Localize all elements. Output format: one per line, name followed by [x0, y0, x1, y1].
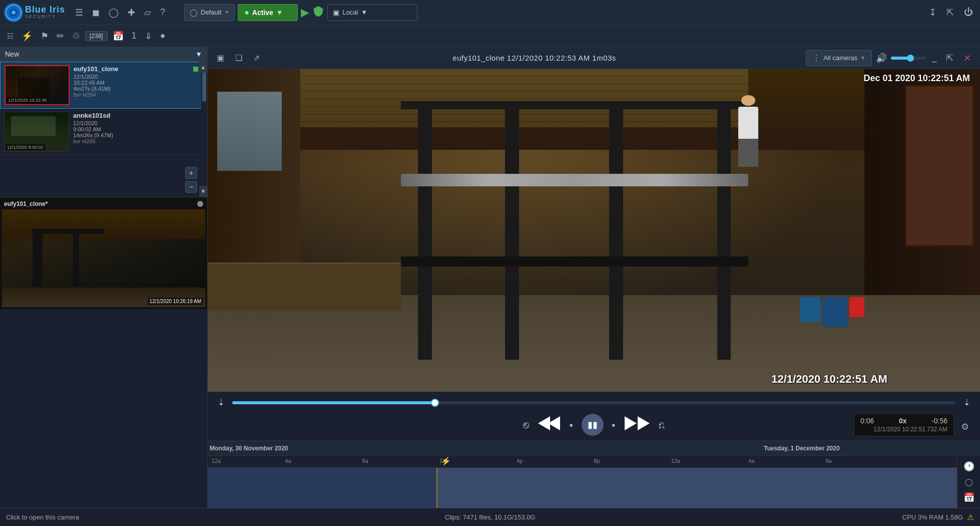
progress-fill	[232, 401, 435, 404]
timeline-activity-bar	[436, 468, 957, 508]
zoom-out-btn[interactable]: −	[185, 181, 197, 193]
help-icon-btn[interactable]: ?	[157, 5, 168, 20]
time-info-box: 0:06 0x -0:56 12/1/2020 10:22:51.732 AM	[854, 413, 954, 436]
clip-thumb-label-2: 12/1/2020 9:00:02	[6, 144, 45, 150]
scroll-down-btn[interactable]: ▼	[199, 186, 207, 197]
step-back-btn[interactable]: ⎋	[519, 417, 533, 433]
fullscreen-video-btn[interactable]: ⇱	[943, 51, 956, 66]
timeline-clock-btn[interactable]: 🕐	[963, 461, 974, 472]
timeline-area: Monday, 30 November 2020 Tuesday, 1 Dece…	[208, 440, 980, 508]
clip-date-1: 12/1/2020	[74, 74, 203, 80]
tick-12a-1: 12a	[212, 458, 221, 464]
logo-text: Blue Iris SECURITY	[25, 5, 65, 20]
volume-knob[interactable]	[907, 55, 914, 62]
live-preview-header: eufy101_clone*	[2, 199, 205, 208]
tick-8p: 8p	[594, 458, 600, 464]
clip-scrollbar[interactable]: ▲ ▼	[201, 62, 207, 197]
scrollbar-thumb	[202, 72, 206, 102]
timeline-calendar-btn[interactable]: 📅	[963, 492, 974, 503]
all-cameras-btn[interactable]: ⋮ All cameras ▼	[806, 50, 872, 66]
arrow-down-btn[interactable]: ⇓	[142, 29, 155, 44]
scroll-up-btn[interactable]: ▲	[199, 62, 207, 73]
logo-blue-text: Blue Iris	[25, 5, 65, 15]
live-thumb-container[interactable]: 12/1/2020 10:26:19 AM	[2, 209, 205, 307]
shield-btn[interactable]	[312, 5, 324, 20]
timeline-date-left: Monday, 30 November 2020	[210, 445, 288, 452]
clip-list: 12/1/2020 10:22:45 eufy101_clone 12/1/20…	[0, 62, 207, 197]
clip-item[interactable]: 12/1/2020 10:22:45 eufy101_clone 12/1/20…	[0, 62, 207, 109]
anchor-left-btn[interactable]: ⇣	[214, 396, 228, 409]
playback-area: ⇣ ⇣ ⎋	[208, 392, 980, 440]
grid-icon: ⋮	[812, 53, 820, 63]
active-arrow-icon: ▼	[276, 9, 283, 17]
video-area[interactable]: Dec 01 2020 10:22:51 AM 12/1/2020 10:22:…	[208, 69, 980, 392]
tick-4a-2: 4a	[748, 458, 754, 464]
top-right-icons: ↧ ⇱ ⏻	[926, 5, 976, 20]
close-video-btn[interactable]: ✕	[960, 51, 974, 66]
volume-track[interactable]	[891, 57, 926, 60]
download-icon-btn[interactable]: ↧	[926, 5, 939, 20]
tick-4p: 4p	[517, 458, 523, 464]
crop-icon-btn[interactable]: ❏	[232, 51, 245, 65]
video-frame: Dec 01 2020 10:22:51 AM 12/1/2020 10:22:…	[208, 69, 980, 392]
fullscreen-icon-btn[interactable]: ⇱	[943, 5, 957, 20]
power-icon-btn[interactable]: ⏻	[961, 5, 976, 20]
playback-datetime: 12/1/2020 10:22:51.732 AM	[874, 426, 947, 433]
rewind-triangle-icon	[538, 416, 560, 430]
clock-icon-btn[interactable]: ◯	[106, 5, 122, 20]
default-dropdown[interactable]: ◯ Default ▼	[184, 4, 235, 21]
clip-btn[interactable]: ✏	[54, 29, 67, 44]
right-area: ▣ ❏ ⇗ eufy101_clone 12/1/2020 10:22:53 A…	[208, 47, 980, 508]
progress-bar-row: ⇣ ⇣	[214, 396, 974, 409]
local-dropdown[interactable]: ▣ Local ▼	[327, 4, 417, 21]
number-btn[interactable]: ♲	[69, 29, 83, 44]
rewind-btn[interactable]	[537, 415, 561, 435]
clip-count-label: [238]	[90, 33, 103, 40]
map-btn[interactable]: ●	[157, 29, 169, 43]
logo-icon	[4, 3, 23, 22]
chart-icon-btn[interactable]: ▱	[141, 5, 154, 20]
pause-btn[interactable]: ▮▮	[582, 414, 604, 436]
export-icon-btn[interactable]: ⇗	[250, 51, 263, 65]
progress-track[interactable]	[232, 401, 955, 404]
person-figure	[733, 95, 764, 166]
active-btn[interactable]: ● Active ▼	[238, 4, 298, 21]
volume-icon: 🔊	[876, 53, 887, 64]
local-label: Local	[342, 9, 358, 16]
playback-settings-btn[interactable]: ⚙	[958, 419, 972, 434]
timeline-track[interactable]	[208, 468, 957, 508]
new-dropdown[interactable]: New ▼	[0, 47, 207, 62]
numeric-icon-btn[interactable]: 1	[129, 29, 140, 43]
clip-info-2: annke101sd 12/1/2020 9:00:02 AM 14m26s (…	[73, 112, 203, 144]
step-forward-btn[interactable]: ⎌	[655, 417, 669, 433]
all-cameras-label: All cameras	[823, 54, 857, 62]
crosshair-icon-btn[interactable]: ✚	[125, 5, 138, 20]
list-icon-btn[interactable]: ☰	[72, 5, 86, 20]
clip-item-2[interactable]: 12/1/2020 9:00:02 annke101sd 12/1/2020 9…	[0, 109, 207, 155]
video-timestamp-tl: Dec 01 2020 10:22:51 AM	[864, 73, 970, 84]
camera-icon-btn[interactable]: ◼	[89, 5, 103, 20]
next-frame-btn[interactable]: ●	[608, 419, 620, 431]
active-dot-icon: ●	[244, 8, 249, 17]
anchor-right-btn[interactable]: ⇣	[959, 396, 974, 409]
playback-controls-row: ⎋ ● ▮▮ ●	[519, 414, 669, 436]
timeline-right-controls: 🕐 ◯ 📅	[957, 456, 980, 508]
lightning-btn[interactable]: ⚡	[19, 29, 36, 44]
play-btn[interactable]: ▶	[301, 6, 309, 19]
timeline-header: Monday, 30 November 2020 Tuesday, 1 Dece…	[208, 441, 980, 456]
speed-label: 0x	[899, 417, 907, 425]
zoom-in-btn[interactable]: +	[185, 167, 197, 179]
clip-thumb-1: 12/1/2020 10:22:45	[5, 65, 70, 105]
snapshot-icon-btn[interactable]: ▣	[214, 51, 227, 65]
prev-frame-btn[interactable]: ●	[565, 419, 577, 431]
clip-thumb-label-1: 12/1/2020 10:22:45	[7, 97, 49, 103]
ff-triangle-icon	[625, 416, 650, 430]
flag-btn[interactable]: ⚑	[38, 29, 52, 44]
logo-security-text: SECURITY	[25, 15, 65, 20]
monitor-icon: ▣	[333, 9, 339, 17]
calendar-icon-btn[interactable]: 📅	[110, 29, 127, 44]
progress-thumb[interactable]	[431, 399, 439, 407]
grid-view-btn[interactable]: ☷	[4, 30, 17, 42]
ff-btn[interactable]	[624, 415, 651, 435]
timeline-circle-btn[interactable]: ◯	[965, 478, 973, 486]
